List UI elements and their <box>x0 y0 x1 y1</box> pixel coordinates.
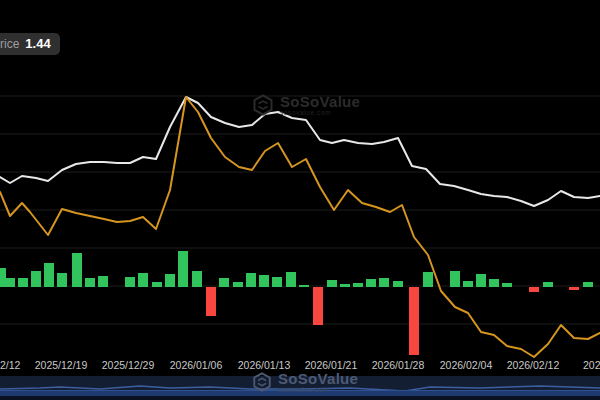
x-axis-label: 2026/02/12 <box>507 359 560 371</box>
inflow-bar[interactable] <box>219 278 229 287</box>
inflow-bar[interactable] <box>450 271 460 287</box>
date-range-navigator[interactable] <box>0 376 600 400</box>
line-white-series[interactable] <box>0 97 600 206</box>
inflow-bar[interactable] <box>152 282 162 287</box>
outflow-bar[interactable] <box>409 287 419 355</box>
x-axis-label: 2026/02/04 <box>440 359 493 371</box>
inflow-bar[interactable] <box>31 271 41 287</box>
inflow-bar[interactable] <box>57 273 67 287</box>
inflow-bar[interactable] <box>233 282 243 287</box>
inflow-bar[interactable] <box>165 274 175 287</box>
x-axis-label: 2025/12/19 <box>35 359 88 371</box>
inflow-bar[interactable] <box>463 281 473 287</box>
inflow-bar[interactable] <box>72 253 82 287</box>
inflow-bar[interactable] <box>366 279 376 287</box>
inflow-bar[interactable] <box>353 283 363 287</box>
inflow-bar[interactable] <box>583 282 593 287</box>
x-axis-label: 2/12 <box>0 359 20 371</box>
price-label: Price <box>0 37 19 51</box>
outflow-bar[interactable] <box>529 287 539 292</box>
inflow-bar[interactable] <box>340 284 350 287</box>
x-axis-label: 2026/01/06 <box>170 359 223 371</box>
x-axis-label: 2025/12/29 <box>102 359 155 371</box>
inflow-bar[interactable] <box>85 278 95 287</box>
inflow-bar[interactable] <box>502 283 512 287</box>
inflow-bar[interactable] <box>299 285 309 287</box>
inflow-bar[interactable] <box>192 271 202 287</box>
inflow-bar[interactable] <box>5 278 15 287</box>
inflow-bar[interactable] <box>379 278 389 287</box>
inflow-bar[interactable] <box>44 263 54 287</box>
inflow-bar[interactable] <box>18 278 28 287</box>
price-flow-chart[interactable] <box>0 0 600 376</box>
outflow-bar[interactable] <box>206 287 216 316</box>
price-value: 1.44 <box>25 36 50 51</box>
gridlines <box>0 96 600 324</box>
inflow-bar[interactable] <box>125 277 135 287</box>
inflow-bar[interactable] <box>476 274 486 287</box>
x-axis-label: 2026 <box>583 359 600 371</box>
inflow-bar[interactable] <box>286 272 296 287</box>
navigator-lower-edge <box>0 396 600 400</box>
outflow-bar[interactable] <box>569 287 579 290</box>
inflow-bar[interactable] <box>178 251 188 287</box>
x-axis-label: 2026/01/21 <box>305 359 358 371</box>
inflow-bar[interactable] <box>246 273 256 287</box>
x-axis-label: 2026/01/13 <box>238 359 291 371</box>
inflow-bar[interactable] <box>393 281 403 287</box>
chart-screen: Price 1.44 SoSoValue sosovalue.com 2/122… <box>0 0 600 400</box>
inflow-bar[interactable] <box>543 282 553 287</box>
outflow-bar[interactable] <box>313 287 323 325</box>
x-axis-label: 2026/01/28 <box>372 359 425 371</box>
inflow-bar[interactable] <box>98 276 108 287</box>
inflow-bar[interactable] <box>327 280 337 287</box>
price-tooltip-badge: Price 1.44 <box>0 33 60 55</box>
inflow-bar[interactable] <box>423 272 433 287</box>
inflow-bar[interactable] <box>138 273 148 287</box>
flow-bars[interactable] <box>0 251 593 355</box>
inflow-bar[interactable] <box>259 275 269 287</box>
x-axis: 2/122025/12/192025/12/292026/01/062026/0… <box>0 358 600 373</box>
line-orange-series[interactable] <box>0 97 600 357</box>
inflow-bar[interactable] <box>272 277 282 287</box>
inflow-bar[interactable] <box>489 279 499 287</box>
